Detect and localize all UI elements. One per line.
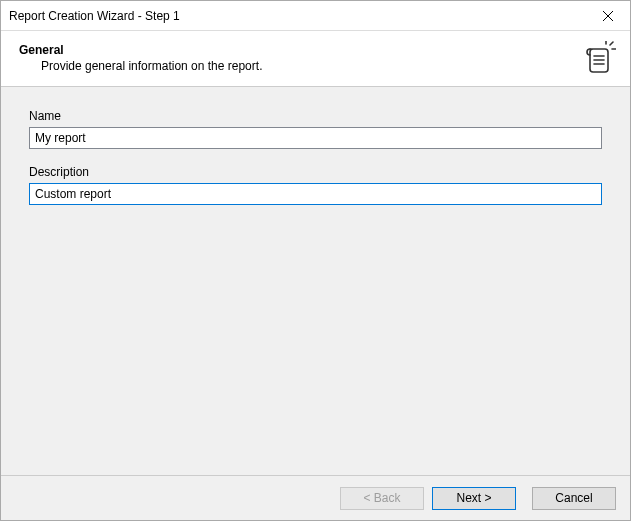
header-description: Provide general information on the repor… xyxy=(41,59,262,73)
next-button[interactable]: Next > xyxy=(432,487,516,510)
window-title: Report Creation Wizard - Step 1 xyxy=(9,9,180,23)
name-input[interactable] xyxy=(29,127,602,149)
name-label: Name xyxy=(29,109,602,123)
svg-line-5 xyxy=(610,42,613,45)
description-input[interactable] xyxy=(29,183,602,205)
name-field-group: Name xyxy=(29,109,602,149)
report-scroll-icon xyxy=(580,41,616,77)
close-icon xyxy=(603,11,613,21)
wizard-header: General Provide general information on t… xyxy=(1,31,630,87)
wizard-footer: < Back Next > Cancel xyxy=(1,476,630,520)
description-label: Description xyxy=(29,165,602,179)
wizard-content: Name Description xyxy=(1,87,630,476)
back-button: < Back xyxy=(340,487,424,510)
header-text: General Provide general information on t… xyxy=(19,41,262,73)
close-button[interactable] xyxy=(585,1,630,31)
description-field-group: Description xyxy=(29,165,602,205)
header-title: General xyxy=(19,43,262,57)
cancel-button[interactable]: Cancel xyxy=(532,487,616,510)
titlebar: Report Creation Wizard - Step 1 xyxy=(1,1,630,31)
